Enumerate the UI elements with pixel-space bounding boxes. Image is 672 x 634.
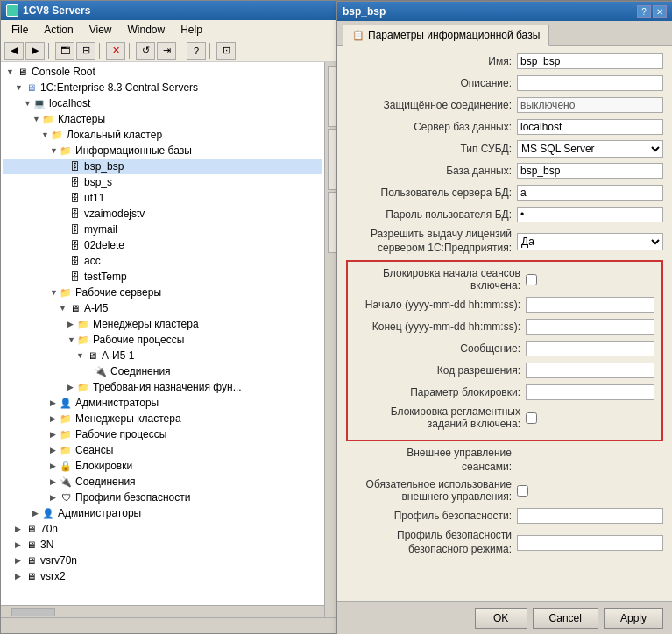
help-button[interactable]: ? bbox=[187, 42, 206, 60]
message-value-container bbox=[526, 341, 654, 356]
tree-item-connections2[interactable]: ▶ 🔌 Соединения bbox=[3, 474, 322, 490]
tree-item-a-i5-1[interactable]: ▼ 🖥 А-И5 1 bbox=[3, 348, 322, 363]
form-row-secure-conn: Защищённое соединение: bbox=[346, 96, 663, 114]
tree-item-admins2[interactable]: ▶ 👤 Администраторы bbox=[3, 505, 322, 521]
lock-start-input[interactable] bbox=[526, 297, 654, 313]
tree-item-localhost[interactable]: ▼ 💻 localhost bbox=[3, 95, 322, 111]
db-type-select[interactable]: MS SQL Server PostgreSQL IBM DB2 Oracle … bbox=[517, 140, 663, 158]
menu-window[interactable]: Window bbox=[121, 22, 173, 38]
tree-item-work-proc2[interactable]: ▶ 📁 Рабочие процессы bbox=[3, 426, 322, 442]
tree-item-local-cluster[interactable]: ▼ 📁 Локальный кластер bbox=[3, 127, 322, 143]
dialog-content[interactable]: Имя: Описание: Защищённое со bbox=[337, 62, 671, 601]
session-lock-section: Блокировка начала сеансов включена: Нача… bbox=[346, 260, 663, 441]
ext-control-checkbox[interactable] bbox=[517, 485, 528, 497]
db-password-input[interactable] bbox=[517, 207, 663, 222]
sec-profile-label: Профиль безопасности: bbox=[346, 510, 517, 522]
tree-container[interactable]: ▼ 🖥 Console Root ▼ 🖥 1C:Enterprise 8.3 C… bbox=[1, 62, 324, 605]
tree-item-testtemp[interactable]: 🗄 testTemp bbox=[3, 269, 322, 285]
secure-conn-value-container bbox=[517, 97, 663, 113]
tree-item-bsp-bsp[interactable]: 🗄 bsp_bsp bbox=[3, 158, 322, 174]
database-label: База данных: bbox=[346, 165, 517, 177]
database-input[interactable] bbox=[517, 163, 663, 179]
tree-item-acc[interactable]: 🗄 acc bbox=[3, 253, 322, 269]
tree-item-clusters[interactable]: ▼ 📁 Кластеры bbox=[3, 111, 322, 127]
description-input[interactable] bbox=[517, 75, 663, 91]
tree-panel: ▼ 🖥 Console Root ▼ 🖥 1C:Enterprise 8.3 C… bbox=[1, 62, 325, 617]
tree-item-console-root[interactable]: ▼ 🖥 Console Root bbox=[3, 64, 322, 80]
tree-item-sessions[interactable]: ▶ 📁 Сеансы bbox=[3, 442, 322, 458]
menu-file[interactable]: File bbox=[4, 22, 35, 38]
tree-item-locks[interactable]: ▶ 🔒 Блокировки bbox=[3, 458, 322, 474]
message-input[interactable] bbox=[526, 341, 654, 356]
tree-item-mymail[interactable]: 🗄 mymail bbox=[3, 222, 322, 237]
export-button[interactable]: ⇥ bbox=[157, 42, 176, 60]
tree-item-a-i5[interactable]: ▼ 🖥 А-И5 bbox=[3, 300, 322, 316]
session-lock-checkbox[interactable] bbox=[526, 274, 537, 285]
toolbar-sep2 bbox=[99, 43, 103, 59]
menu-help[interactable]: Help bbox=[173, 22, 209, 38]
db-type-label: Тип СУБД: bbox=[346, 143, 517, 155]
delete-button[interactable]: ✕ bbox=[106, 42, 125, 60]
tree-item-70n[interactable]: ▶ 🖥 70n bbox=[3, 521, 322, 537]
form-row-db-server: Сервер баз данных: bbox=[346, 118, 663, 136]
tree-item-ut11[interactable]: 🗄 ut11 bbox=[3, 190, 322, 206]
license-select[interactable]: Да Нет bbox=[517, 233, 663, 250]
tree-item-info-bases[interactable]: ▼ 📁 Информационные базы bbox=[3, 143, 322, 158]
tree-item-requirements[interactable]: ▶ 📁 Требования назначения фун... bbox=[3, 379, 322, 395]
main-window-title: 1CV8 Servers bbox=[23, 4, 90, 17]
tree-item-admins1[interactable]: ▶ 👤 Администраторы bbox=[3, 395, 322, 411]
form-row-sec-profile-safe: Профиль безопасностибезопасного режима: bbox=[346, 529, 663, 556]
param-input[interactable] bbox=[526, 384, 654, 400]
tree-hscroll[interactable] bbox=[1, 605, 324, 617]
code-input[interactable] bbox=[526, 363, 654, 378]
forward-button[interactable]: ▶ bbox=[25, 42, 45, 60]
param-value-container bbox=[526, 384, 654, 400]
refresh-button[interactable]: ↺ bbox=[136, 42, 155, 60]
sec-profile-input[interactable] bbox=[517, 508, 663, 524]
code-label: Код разрешения: bbox=[355, 364, 526, 377]
tree-item-cluster-managers[interactable]: ▶ 📁 Менеджеры кластера bbox=[3, 411, 322, 426]
scheduled-lock-container bbox=[526, 412, 654, 424]
sec-profile-value-container bbox=[517, 508, 663, 524]
tree-item-vzaimodejstv[interactable]: 🗄 vzaimodejstv bbox=[3, 206, 322, 222]
db-server-input[interactable] bbox=[517, 119, 663, 135]
toolbar-sep3 bbox=[129, 43, 132, 59]
sec-profile-safe-input[interactable] bbox=[517, 535, 663, 551]
ok-button[interactable]: OK bbox=[475, 608, 527, 618]
apply-button[interactable]: Apply bbox=[604, 608, 663, 618]
back-button[interactable]: ◀ bbox=[4, 42, 24, 60]
tree-item-managers[interactable]: ▶ 📁 Менеджеры кластера bbox=[3, 316, 322, 332]
db-user-input[interactable] bbox=[517, 185, 663, 201]
lock-end-value-container bbox=[526, 319, 654, 335]
db-type-value-container: MS SQL Server PostgreSQL IBM DB2 Oracle … bbox=[517, 140, 663, 158]
tree-item-bsp-s[interactable]: 🗄 bsp_s bbox=[3, 174, 322, 190]
lock-end-input[interactable] bbox=[526, 319, 654, 335]
tree-item-work-servers[interactable]: ▼ 📁 Рабочие серверы bbox=[3, 285, 322, 300]
extra-button[interactable]: ⊡ bbox=[216, 42, 236, 60]
form-row-scheduled-lock: Блокировка регламентных заданий включена… bbox=[355, 405, 654, 430]
code-value-container bbox=[526, 363, 654, 378]
menu-action[interactable]: Action bbox=[37, 22, 80, 38]
tree-item-work-processes[interactable]: ▼ 📁 Рабочие процессы bbox=[3, 332, 322, 348]
form-row-code: Код разрешения: bbox=[355, 362, 654, 379]
tree-item-connections[interactable]: 🔌 Соединения bbox=[3, 363, 322, 379]
tree-item-02delete[interactable]: 🗄 02delete bbox=[3, 237, 322, 253]
menu-view[interactable]: View bbox=[82, 22, 119, 38]
db-user-label: Пользователь сервера БД: bbox=[346, 187, 517, 199]
scheduled-lock-checkbox[interactable] bbox=[526, 412, 537, 424]
tree-item-security[interactable]: ▶ 🛡 Профили безопасности bbox=[3, 490, 322, 505]
form-row-db-password: Пароль пользователя БД: bbox=[346, 206, 663, 223]
cancel-button[interactable]: Cancel bbox=[533, 608, 598, 618]
name-input[interactable] bbox=[517, 62, 663, 69]
ext-control-label: Обязательное использование внешнего упра… bbox=[346, 478, 517, 503]
description-value-container bbox=[517, 75, 663, 91]
view2-button[interactable]: ⊟ bbox=[76, 42, 95, 60]
ext-control-title: Внешнее управлениесеансами: bbox=[346, 447, 517, 474]
secure-conn-input[interactable] bbox=[517, 97, 663, 113]
license-value-container: Да Нет bbox=[517, 233, 663, 250]
tree-item-3n[interactable]: ▶ 🖥 3N bbox=[3, 537, 322, 553]
view-button[interactable]: 🗔 bbox=[55, 42, 74, 60]
tree-item-vsrv70n[interactable]: ▶ 🖥 vsrv70n bbox=[3, 553, 322, 568]
tree-item-enterprise[interactable]: ▼ 🖥 1C:Enterprise 8.3 Central Servers bbox=[3, 80, 322, 95]
tree-item-vsrx2[interactable]: ▶ 🖥 vsrx2 bbox=[3, 568, 322, 584]
